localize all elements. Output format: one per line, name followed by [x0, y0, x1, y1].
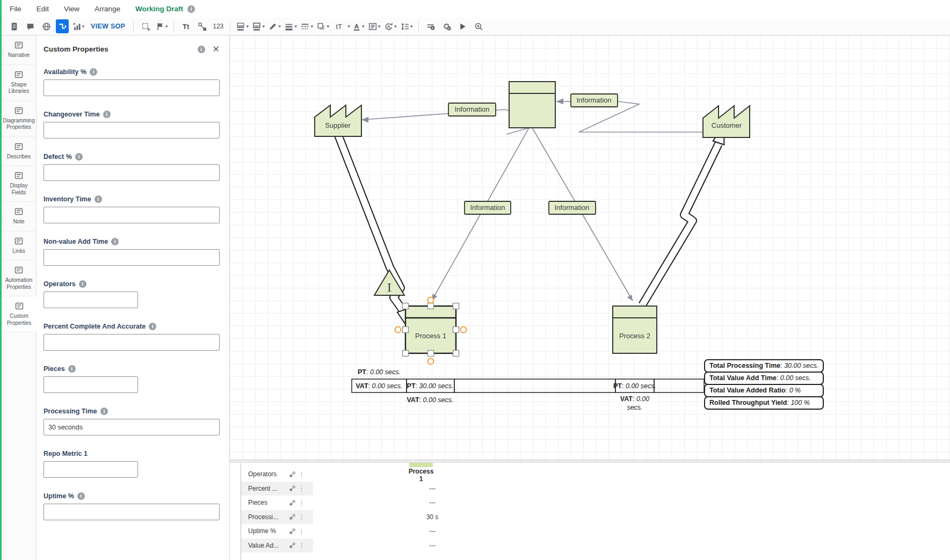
sidebar-item[interactable]: Automation Properties [2, 260, 36, 296]
field-info-icon[interactable]: i [149, 323, 156, 330]
text-block-icon[interactable]: ▾ [368, 19, 381, 33]
text-style-icon[interactable]: Tt [179, 19, 192, 33]
text-color-icon[interactable]: A ▾ [352, 19, 365, 33]
metrics-chart-icon[interactable]: ▾ [72, 19, 85, 33]
sidebar-item[interactable]: Shape Libraries [2, 65, 36, 101]
field-info-icon[interactable]: i [100, 408, 108, 415]
field-info-icon[interactable]: i [103, 111, 111, 118]
property-field-input[interactable] [43, 79, 220, 96]
property-field-input[interactable] [43, 419, 220, 435]
sidebar-item[interactable]: Display Fields [2, 166, 36, 202]
connector-tool-icon[interactable] [56, 19, 69, 33]
data-link-icon[interactable] [289, 499, 296, 506]
panel-info-icon[interactable]: i [198, 46, 205, 53]
process1-shape[interactable]: Process 1 [405, 306, 456, 353]
sidebar-item[interactable]: Custom Properties [2, 296, 37, 332]
data-link-icon[interactable] [289, 528, 296, 535]
table-row[interactable]: Processi... ⋮ 30 s [241, 510, 950, 525]
numbers-icon[interactable]: 123 [212, 19, 224, 33]
field-info-icon[interactable]: i [75, 153, 83, 161]
connection-points-icon[interactable] [195, 19, 208, 33]
property-field: Pieces i [43, 365, 220, 393]
border-color-icon[interactable]: ▾ [252, 19, 265, 33]
information-label-3[interactable]: Information [465, 201, 511, 214]
property-field-input[interactable] [43, 376, 138, 393]
field-info-icon[interactable]: i [68, 365, 76, 373]
menu-file[interactable]: File [10, 5, 21, 13]
menu-arrange[interactable]: Arrange [95, 5, 120, 13]
diagram-canvas[interactable]: Supplier Customer Information Informatio… [230, 35, 950, 460]
sidebar-item[interactable]: Note [2, 202, 36, 231]
sidebar-item[interactable]: Describes [2, 137, 36, 166]
property-field-input[interactable] [43, 207, 220, 223]
sidebar-item[interactable]: Narrative [2, 35, 36, 65]
kebab-menu-icon[interactable]: ⋮ [298, 541, 305, 549]
kebab-menu-icon[interactable]: ⋮ [298, 484, 305, 492]
information-flow-connectors[interactable] [361, 101, 703, 301]
menu-view[interactable]: View [64, 5, 79, 13]
font-size-icon[interactable]: tT [332, 19, 345, 33]
supplier-shape[interactable]: Supplier [315, 105, 361, 136]
line-spacing-icon[interactable]: ▾ [400, 19, 413, 33]
table-row[interactable]: Operators ⋮ [241, 467, 950, 482]
production-control-shape[interactable] [509, 82, 555, 128]
line-style-icon[interactable]: ▾ [300, 19, 313, 33]
globe-icon[interactable] [40, 19, 53, 33]
line-color-icon[interactable]: ▾ [268, 19, 281, 33]
information-label-2[interactable]: Information [571, 94, 618, 107]
close-icon[interactable]: ✕ [213, 44, 220, 54]
data-overlay-icon[interactable] [424, 19, 437, 33]
multi-select-icon[interactable] [139, 19, 152, 33]
process2-shape[interactable]: Process 2 [613, 306, 657, 353]
field-info-icon[interactable]: i [95, 195, 102, 203]
table-row[interactable]: Uptime % ⋮ --- [241, 524, 950, 539]
fill-color-icon[interactable]: ▾ [236, 19, 249, 33]
rotate-text-icon[interactable]: A ▾ [384, 19, 397, 33]
kebab-menu-icon[interactable]: ⋮ [298, 499, 305, 507]
draft-info-icon[interactable]: i [187, 5, 195, 13]
play-icon[interactable] [456, 19, 469, 33]
customer-shape[interactable]: Customer [703, 106, 750, 137]
comment-icon[interactable] [24, 19, 37, 33]
working-draft-label[interactable]: Working Draft [135, 5, 183, 13]
property-field-input[interactable] [43, 504, 220, 520]
automation-gear-icon[interactable] [440, 19, 453, 33]
format-painter-icon[interactable]: ▾ [155, 19, 168, 33]
field-info-icon[interactable]: i [79, 280, 86, 288]
data-link-icon[interactable] [289, 542, 296, 549]
kebab-menu-icon[interactable]: ⋮ [298, 527, 305, 535]
information-label-4[interactable]: Information [549, 201, 596, 214]
vsm-totals-box[interactable]: Total Processing Time: 30.00 secs. Total… [704, 360, 824, 410]
push-arrow-process2-to-customer[interactable] [642, 126, 724, 305]
property-field-input[interactable] [43, 122, 220, 139]
row-label-cell: Percent ... ⋮ [241, 482, 313, 496]
document-icon[interactable] [8, 19, 20, 33]
push-arrow-supplier-to-process1[interactable] [338, 135, 409, 330]
total-metric-row: Rolled Throughput Yield: 100 % [704, 396, 824, 410]
property-field-input[interactable] [43, 334, 220, 351]
data-link-icon[interactable] [289, 485, 296, 492]
data-link-icon[interactable] [289, 471, 296, 478]
zoom-tool-icon[interactable] [473, 19, 485, 33]
property-field-input[interactable] [43, 461, 138, 478]
data-link-icon[interactable] [289, 513, 296, 520]
property-field-input[interactable] [43, 249, 220, 266]
property-field-input[interactable] [43, 292, 138, 308]
table-row[interactable]: Percent ... ⋮ --- [241, 482, 950, 496]
shadow-icon[interactable]: ▾ [316, 19, 329, 33]
table-row[interactable]: Pieces ⋮ --- [241, 496, 950, 510]
line-weight-icon[interactable]: ▾ [284, 19, 297, 33]
information-label-1[interactable]: Information [448, 103, 496, 116]
property-field-input[interactable] [43, 164, 220, 181]
menu-edit[interactable]: Edit [37, 5, 49, 13]
kebab-menu-icon[interactable]: ⋮ [298, 470, 305, 478]
field-info-icon[interactable]: i [77, 492, 85, 500]
view-sop-button[interactable]: VIEW SOP [91, 23, 125, 30]
panel-resize-handle[interactable] [230, 460, 950, 463]
sidebar-item[interactable]: Links [2, 231, 36, 261]
kebab-menu-icon[interactable]: ⋮ [298, 513, 305, 521]
field-info-icon[interactable]: i [111, 238, 119, 245]
field-info-icon[interactable]: i [90, 68, 97, 76]
sidebar-item[interactable]: Diagramming Properties [2, 101, 36, 137]
table-row[interactable]: Value Ad... ⋮ --- [241, 539, 950, 553]
